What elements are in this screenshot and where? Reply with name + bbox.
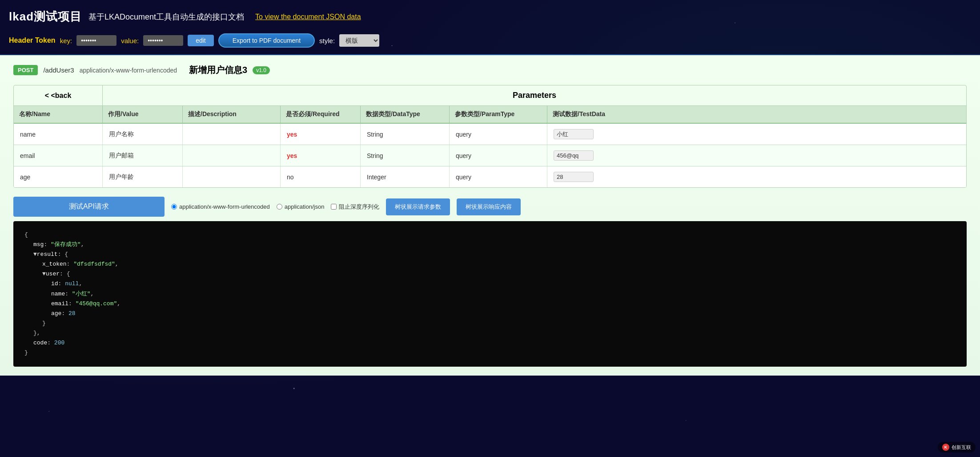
cell-name-3: age <box>14 166 103 187</box>
page-title: lkad测试项目 <box>9 9 82 24</box>
checkbox-serialize-input[interactable] <box>331 204 337 210</box>
testdata-input-3[interactable] <box>554 172 594 182</box>
cell-required-1: yes <box>281 124 361 145</box>
token-key-input[interactable] <box>76 35 116 46</box>
radio-json-input[interactable] <box>277 204 282 210</box>
cell-description-3 <box>183 166 281 187</box>
token-bar: Header Token key: value: edit Export to … <box>0 31 980 54</box>
watermark-icon: K <box>942 444 949 451</box>
style-select[interactable]: 横版 竖版 <box>339 34 379 47</box>
main-content: POST /addUser3 application/x-www-form-ur… <box>0 55 980 376</box>
params-section: < <back Parameters 名称/Name 作用/Value 描述/D… <box>13 85 967 188</box>
cell-testdata-2 <box>547 145 966 166</box>
json-line-9: age: 28 <box>24 309 956 319</box>
cell-required-3: no <box>281 166 361 187</box>
col-required: 是否必须/Required <box>281 106 361 123</box>
watermark-text: 创新互联 <box>952 444 971 451</box>
table-row: email 用户邮箱 yes String query <box>14 145 966 166</box>
radio-urlencoded-input[interactable] <box>171 204 177 210</box>
api-title: 新增用户信息3 <box>189 64 247 76</box>
method-badge: POST <box>13 65 38 75</box>
cell-value-3: 用户年龄 <box>103 166 183 187</box>
version-badge: v1.0 <box>253 66 270 74</box>
cell-description-2 <box>183 145 281 166</box>
json-line-7: name: "小红", <box>24 289 956 299</box>
cell-paramtype-1: query <box>450 124 547 145</box>
cell-name-1: name <box>14 124 103 145</box>
json-line-13: } <box>24 348 956 358</box>
api-path: /addUser3 <box>43 66 74 74</box>
json-output: { msg: "保存成功", ▼result: { x_token: "dfsd… <box>13 221 967 367</box>
cell-datatype-3: Integer <box>361 166 450 187</box>
cell-datatype-2: String <box>361 145 450 166</box>
json-line-4: x_token: "dfsdfsdfsd", <box>24 259 956 269</box>
back-button[interactable]: < <back <box>14 85 103 105</box>
edit-button[interactable]: edit <box>188 35 214 46</box>
cell-datatype-1: String <box>361 124 450 145</box>
json-line-5: ▼user: { <box>24 269 956 279</box>
json-line-10: } <box>24 319 956 328</box>
key-label: key: <box>60 37 72 44</box>
params-header-row: < <back Parameters <box>14 85 966 106</box>
json-line-8: email: "456@qq.com", <box>24 299 956 309</box>
cell-testdata-1 <box>547 124 966 145</box>
table-row: age 用户年龄 no Integer query <box>14 166 966 187</box>
token-label: Header Token <box>9 36 56 44</box>
json-line-11: }, <box>24 328 956 338</box>
cell-description-1 <box>183 124 281 145</box>
json-line-12: code: 200 <box>24 338 956 348</box>
json-line-3: ▼result: { <box>24 250 956 259</box>
col-testdata: 测试数据/TestData <box>547 106 966 123</box>
cell-value-1: 用户名称 <box>103 124 183 145</box>
cell-paramtype-2: query <box>450 145 547 166</box>
checkbox-serialize-label: 阻止深度序列化 <box>339 203 379 211</box>
tree-request-button[interactable]: 树状展示请求参数 <box>386 198 450 215</box>
testdata-input-2[interactable] <box>554 150 594 161</box>
page-subtitle: 基于LKADocument工具自动生成的接口文档 <box>88 12 244 22</box>
cell-name-2: email <box>14 145 103 166</box>
json-line-2: msg: "保存成功", <box>24 240 956 250</box>
checkbox-deep-serialize: 阻止深度序列化 <box>331 203 379 211</box>
token-value-input[interactable] <box>143 35 183 46</box>
json-data-link[interactable]: To view the document JSON data <box>255 13 361 21</box>
col-name: 名称/Name <box>14 106 103 123</box>
radio-json: application/json <box>277 203 325 210</box>
export-pdf-button[interactable]: Export to PDF document <box>218 33 315 48</box>
col-datatype: 数据类型/DataType <box>361 106 450 123</box>
api-header: POST /addUser3 application/x-www-form-ur… <box>13 64 967 76</box>
tree-response-button[interactable]: 树状展示响应内容 <box>457 198 521 215</box>
testdata-input-1[interactable] <box>554 129 594 139</box>
col-description: 描述/Description <box>183 106 281 123</box>
params-title: Parameters <box>103 85 966 105</box>
test-actions: 测试API请求 application/x-www-form-urlencode… <box>13 197 967 217</box>
value-label: value: <box>121 37 139 44</box>
json-line-1: { <box>24 230 956 240</box>
style-label: style: <box>319 37 335 44</box>
header: lkad测试项目 基于LKADocument工具自动生成的接口文档 To vie… <box>0 4 980 31</box>
test-api-button[interactable]: 测试API请求 <box>13 197 165 217</box>
cell-required-2: yes <box>281 145 361 166</box>
json-line-6: id: null, <box>24 279 956 289</box>
cell-paramtype-3: query <box>450 166 547 187</box>
col-paramtype: 参数类型/ParamType <box>450 106 547 123</box>
cell-value-2: 用户邮箱 <box>103 145 183 166</box>
cell-testdata-3 <box>547 166 966 187</box>
api-content-type: application/x-www-form-urlencoded <box>80 67 177 74</box>
col-value: 作用/Value <box>103 106 183 123</box>
radio-form-urlencoded: application/x-www-form-urlencoded <box>171 203 270 210</box>
radio-json-label: application/json <box>285 203 325 210</box>
radio-urlencoded-label: application/x-www-form-urlencoded <box>179 203 270 210</box>
watermark: K 创新互联 <box>938 442 976 453</box>
table-header: 名称/Name 作用/Value 描述/Description 是否必须/Req… <box>14 106 966 124</box>
table-row: name 用户名称 yes String query <box>14 124 966 145</box>
